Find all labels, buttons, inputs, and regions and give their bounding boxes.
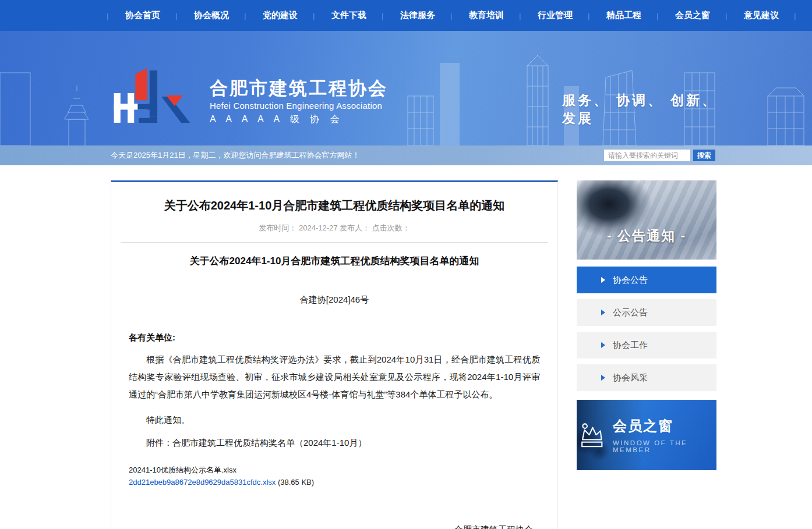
sidebar-item-label: 协会工作: [613, 340, 648, 351]
sidebar-item-label: 协会公告: [613, 275, 648, 286]
nav-item-legal[interactable]: 法律服务: [383, 10, 452, 21]
article-title: 关于公布2024年1-10月合肥市建筑工程优质结构奖项目名单的通知: [129, 197, 540, 214]
nav-item-downloads[interactable]: 文件下载: [315, 10, 383, 21]
member-banner-subtitle: WINDOW OF THE MEMBER: [613, 439, 716, 453]
search-button[interactable]: 搜索: [693, 150, 715, 161]
member-window-banner[interactable]: 会员之窗 WINDOW OF THE MEMBER: [577, 400, 716, 470]
sidebar: - 公告通知 - 协会公告 公示公告 协会工作 协会风采: [577, 180, 716, 529]
document-number: 合建协[2024]46号: [129, 294, 540, 306]
sidebar-item-association-style[interactable]: 协会风采: [577, 364, 716, 391]
notice-banner-image[interactable]: - 公告通知 -: [577, 180, 716, 260]
attachment-line: 附件：合肥市建筑工程优质结构奖名单（2024年1-10月）: [129, 438, 540, 449]
article-panel: 关于公布2024年1-10月合肥市建筑工程优质结构奖项目名单的通知 发布时间： …: [111, 180, 558, 529]
attachment-block: 20241-10优质结构公示名单.xlsx 2dd21ebeb9a8672e8d…: [129, 464, 540, 488]
article-meta: 发布时间： 2024-12-27 发布人： 点击次数：: [129, 223, 540, 233]
arrow-right-icon: [601, 342, 605, 348]
arrow-right-icon: [601, 277, 605, 283]
nav-item-projects[interactable]: 精品工程: [589, 10, 658, 21]
closing-line: 特此通知。: [129, 415, 540, 426]
divider: [121, 242, 548, 243]
nav-item-overview[interactable]: 协会概况: [177, 10, 246, 21]
banner-slogan: 服务、 协调、 创新、 发展: [562, 91, 731, 127]
sidebar-item-label: 协会风采: [613, 372, 648, 384]
search-input[interactable]: [604, 150, 690, 161]
signature-block: 合肥市建筑工程协会 2024年12月27日: [129, 524, 540, 529]
document-title: 关于公布2024年1-10月合肥市建筑工程优质结构奖项目名单的通知: [129, 254, 540, 268]
org-grade: A A A A A 级 协 会: [210, 113, 388, 126]
sidebar-item-association-work[interactable]: 协会工作: [577, 332, 716, 358]
org-name-cn: 合肥市建筑工程协会: [210, 79, 388, 98]
nav-item-members[interactable]: 会员之窗: [658, 10, 727, 21]
nav-item-party[interactable]: 党的建设: [246, 10, 315, 21]
welcome-text: 今天是2025年1月21日，星期二，欢迎您访问合肥建筑工程协会官方网站！: [111, 150, 604, 161]
arrow-right-icon: [601, 310, 605, 315]
top-navigation: 协会首页 协会概况 党的建设 文件下载 法律服务 教育培训 行业管理 精品工程 …: [0, 0, 812, 31]
crown-icon: [577, 420, 606, 450]
notice-banner-title: - 公告通知 -: [577, 227, 716, 245]
nav-item-industry[interactable]: 行业管理: [521, 10, 589, 21]
member-banner-title: 会员之窗: [613, 417, 716, 435]
signature-org: 合肥市建筑工程协会: [129, 524, 533, 529]
info-bar: 今天是2025年1月21日，星期二，欢迎您访问合肥建筑工程协会官方网站！ 搜索: [0, 145, 812, 165]
sidebar-item-association-notice[interactable]: 协会公告: [577, 267, 716, 293]
main-content: 关于公布2024年1-10月合肥市建筑工程优质结构奖项目名单的通知 发布时间： …: [0, 165, 812, 529]
attachment-file-name: 20241-10优质结构公示名单.xlsx: [129, 464, 540, 476]
hfjx-logo: [110, 66, 203, 125]
brand-block[interactable]: 合肥市建筑工程协会 Hefei Construction Engineering…: [110, 66, 388, 126]
nav-item-home[interactable]: 协会首页: [108, 10, 177, 21]
body-paragraph: 根据《合肥市建筑工程优质结构奖评选办法》要求，截止到2024年10月31日，经合…: [129, 351, 540, 403]
nav-item-contact[interactable]: 联系我们: [796, 10, 812, 21]
sidebar-item-label: 公示公告: [613, 307, 648, 318]
sidebar-menu: 协会公告 公示公告 协会工作 协会风采: [577, 267, 716, 391]
attachment-file-size-value: (38.65 KB): [278, 478, 314, 487]
nav-item-training[interactable]: 教育培训: [452, 10, 521, 21]
header-banner: 合肥市建筑工程协会 Hefei Construction Engineering…: [0, 31, 812, 145]
org-name-en: Hefei Construction Engineering Associati…: [210, 101, 388, 111]
arrow-right-icon: [601, 375, 605, 381]
sidebar-item-public-notice[interactable]: 公示公告: [577, 299, 716, 326]
attachment-download-link[interactable]: 2dd21ebeb9a8672e8d9629da5831cfdc.xlsx: [129, 478, 276, 487]
salutation: 各有关单位:: [129, 332, 540, 343]
search-box: 搜索: [604, 150, 715, 161]
nav-item-feedback[interactable]: 意见建议: [727, 10, 796, 21]
